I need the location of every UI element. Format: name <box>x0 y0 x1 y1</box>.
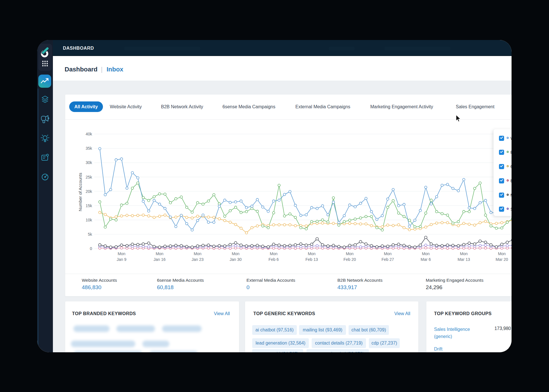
svg-text:10k: 10k <box>85 218 92 222</box>
svg-text:30k: 30k <box>85 160 92 165</box>
svg-text:Mon: Mon <box>460 251 468 256</box>
svg-text:25k: 25k <box>85 175 92 179</box>
svg-text:Mon: Mon <box>308 251 315 256</box>
svg-text:Mar 6: Mar 6 <box>421 257 431 262</box>
svg-text:Mon: Mon <box>156 251 163 256</box>
svg-text:35k: 35k <box>85 146 92 151</box>
svg-text:15k: 15k <box>85 203 92 208</box>
svg-text:Jan 23: Jan 23 <box>192 257 204 262</box>
svg-text:0: 0 <box>90 246 92 251</box>
svg-text:Mon: Mon <box>118 251 125 256</box>
svg-text:40k: 40k <box>85 132 92 136</box>
svg-text:Mon: Mon <box>270 251 277 256</box>
svg-text:Mon: Mon <box>194 251 201 256</box>
svg-text:Feb 20: Feb 20 <box>343 257 356 262</box>
svg-text:Mon: Mon <box>346 251 353 256</box>
svg-text:Mon: Mon <box>422 251 429 256</box>
svg-text:Jan 9: Jan 9 <box>117 257 126 262</box>
svg-text:20k: 20k <box>85 189 92 194</box>
svg-text:Mar 13: Mar 13 <box>458 257 470 262</box>
svg-text:Jan 16: Jan 16 <box>154 257 166 262</box>
svg-text:Mon: Mon <box>498 251 506 256</box>
svg-text:Feb 27: Feb 27 <box>381 257 394 262</box>
svg-text:Feb 13: Feb 13 <box>305 257 318 262</box>
svg-text:Jan 30: Jan 30 <box>230 257 242 262</box>
svg-text:Mon: Mon <box>384 251 391 256</box>
svg-text:Mon: Mon <box>232 251 239 256</box>
svg-text:Feb 6: Feb 6 <box>268 257 279 262</box>
svg-text:Mar 20: Mar 20 <box>496 257 508 262</box>
svg-text:5k: 5k <box>88 232 92 237</box>
svg-text:Number of Accounts: Number of Accounts <box>78 173 83 211</box>
